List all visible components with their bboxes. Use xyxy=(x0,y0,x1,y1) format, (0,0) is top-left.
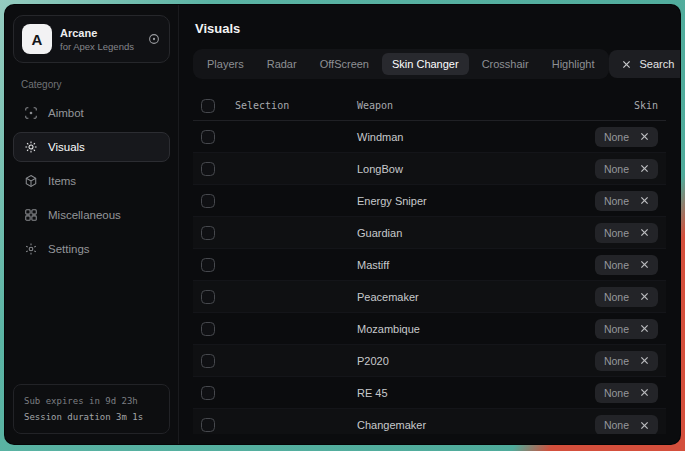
skin-select[interactable]: None xyxy=(595,223,658,243)
table-row: MozambiqueNone xyxy=(193,313,666,345)
skin-select[interactable]: None xyxy=(595,319,658,339)
visuals-eye-icon xyxy=(24,140,38,154)
table-row: LongBowNone xyxy=(193,153,666,185)
misc-grid-icon xyxy=(24,208,38,222)
tab-players[interactable]: Players xyxy=(197,53,254,75)
table-row: PeacemakerNone xyxy=(193,281,666,313)
table-row: MastiffNone xyxy=(193,249,666,281)
column-header-skin: Skin xyxy=(558,100,658,111)
skin-value: None xyxy=(604,291,629,303)
skin-value: None xyxy=(604,419,629,431)
skin-select[interactable]: None xyxy=(595,351,658,371)
weapon-name: Guardian xyxy=(357,227,558,239)
skin-value: None xyxy=(604,259,629,271)
search-button[interactable]: Search xyxy=(609,50,681,78)
skin-value: None xyxy=(604,227,629,239)
sidebar-item-aimbot[interactable]: Aimbot xyxy=(13,98,170,128)
app-subtitle: for Apex Legends xyxy=(60,41,134,52)
weapon-name: P2020 xyxy=(357,355,558,367)
row-checkbox[interactable] xyxy=(201,354,215,368)
row-checkbox[interactable] xyxy=(201,386,215,400)
sub-expiry-text: Sub expires in 9d 23h xyxy=(24,393,159,409)
column-header-weapon: Weapon xyxy=(357,100,558,111)
sidebar-nav: AimbotVisualsItemsMiscellaneousSettings xyxy=(13,96,170,266)
skin-value: None xyxy=(604,131,629,143)
sidebar-item-label: Aimbot xyxy=(48,107,84,119)
clear-skin-icon[interactable] xyxy=(640,388,649,397)
select-all-checkbox[interactable] xyxy=(201,99,215,113)
toolbar: PlayersRadarOffScreenSkin ChangerCrossha… xyxy=(193,49,666,79)
sidebar: A Arcane for Apex Legends Category Aimbo… xyxy=(5,5,179,444)
clear-skin-icon[interactable] xyxy=(640,196,649,205)
column-header-selection: Selection xyxy=(235,100,357,111)
sidebar-item-items[interactable]: Items xyxy=(13,166,170,196)
tab-crosshair[interactable]: Crosshair xyxy=(472,53,539,75)
skin-select[interactable]: None xyxy=(595,383,658,403)
weapon-name: Peacemaker xyxy=(357,291,558,303)
tab-radar[interactable]: Radar xyxy=(257,53,307,75)
weapon-name: Energy Sniper xyxy=(357,195,558,207)
row-checkbox[interactable] xyxy=(201,130,215,144)
row-checkbox[interactable] xyxy=(201,162,215,176)
skin-select[interactable]: None xyxy=(595,287,658,307)
tab-bar: PlayersRadarOffScreenSkin ChangerCrossha… xyxy=(193,49,609,79)
target-icon[interactable] xyxy=(147,32,161,46)
items-cube-icon xyxy=(24,174,38,188)
row-checkbox[interactable] xyxy=(201,226,215,240)
row-checkbox[interactable] xyxy=(201,322,215,336)
row-checkbox[interactable] xyxy=(201,418,215,432)
settings-gear-icon xyxy=(24,242,38,256)
skin-select[interactable]: None xyxy=(595,415,658,434)
weapon-name: Windman xyxy=(357,131,558,143)
table-row: P2020None xyxy=(193,345,666,377)
sidebar-item-miscellaneous[interactable]: Miscellaneous xyxy=(13,200,170,230)
sidebar-item-label: Settings xyxy=(48,243,90,255)
weapon-name: Mastiff xyxy=(357,259,558,271)
row-checkbox[interactable] xyxy=(201,194,215,208)
sidebar-item-visuals[interactable]: Visuals xyxy=(13,132,170,162)
sidebar-item-label: Items xyxy=(48,175,76,187)
skin-table: Selection Weapon Skin WindmanNoneLongBow… xyxy=(193,91,666,434)
table-row: ChangemakerNone xyxy=(193,409,666,434)
table-row: WindmanNone xyxy=(193,121,666,153)
clear-skin-icon[interactable] xyxy=(640,421,649,430)
row-checkbox[interactable] xyxy=(201,290,215,304)
page-title: Visuals xyxy=(195,21,666,36)
skin-value: None xyxy=(604,323,629,335)
clear-skin-icon[interactable] xyxy=(640,260,649,269)
session-duration-text: Session duration 3m 1s xyxy=(24,409,159,425)
app-window: A Arcane for Apex Legends Category Aimbo… xyxy=(4,4,681,445)
clear-skin-icon[interactable] xyxy=(640,324,649,333)
aimbot-scope-icon xyxy=(24,106,38,120)
subscription-card: Sub expires in 9d 23h Session duration 3… xyxy=(13,384,170,434)
search-button-label: Search xyxy=(640,58,675,70)
app-logo: A xyxy=(22,24,52,54)
skin-select[interactable]: None xyxy=(595,255,658,275)
x-icon xyxy=(622,60,631,69)
tab-highlight[interactable]: Highlight xyxy=(542,53,605,75)
table-row: RE 45None xyxy=(193,377,666,409)
main-panel: Visuals PlayersRadarOffScreenSkin Change… xyxy=(179,5,680,444)
row-checkbox[interactable] xyxy=(201,258,215,272)
skin-value: None xyxy=(604,163,629,175)
clear-skin-icon[interactable] xyxy=(640,356,649,365)
weapon-name: Mozambique xyxy=(357,323,558,335)
clear-skin-icon[interactable] xyxy=(640,292,649,301)
desktop-wallpaper: A Arcane for Apex Legends Category Aimbo… xyxy=(0,0,685,451)
weapon-name: RE 45 xyxy=(357,387,558,399)
clear-skin-icon[interactable] xyxy=(640,164,649,173)
clear-skin-icon[interactable] xyxy=(640,132,649,141)
app-name: Arcane xyxy=(60,27,134,39)
skin-select[interactable]: None xyxy=(595,127,658,147)
tab-skin-changer[interactable]: Skin Changer xyxy=(382,53,469,75)
skin-select[interactable]: None xyxy=(595,159,658,179)
sidebar-item-label: Miscellaneous xyxy=(48,209,121,221)
skin-select[interactable]: None xyxy=(595,191,658,211)
sidebar-item-settings[interactable]: Settings xyxy=(13,234,170,264)
skin-value: None xyxy=(604,355,629,367)
app-card: A Arcane for Apex Legends xyxy=(13,15,170,63)
tab-offscreen[interactable]: OffScreen xyxy=(310,53,379,75)
clear-skin-icon[interactable] xyxy=(640,228,649,237)
table-header-row: Selection Weapon Skin xyxy=(193,91,666,121)
weapon-name: LongBow xyxy=(357,163,558,175)
